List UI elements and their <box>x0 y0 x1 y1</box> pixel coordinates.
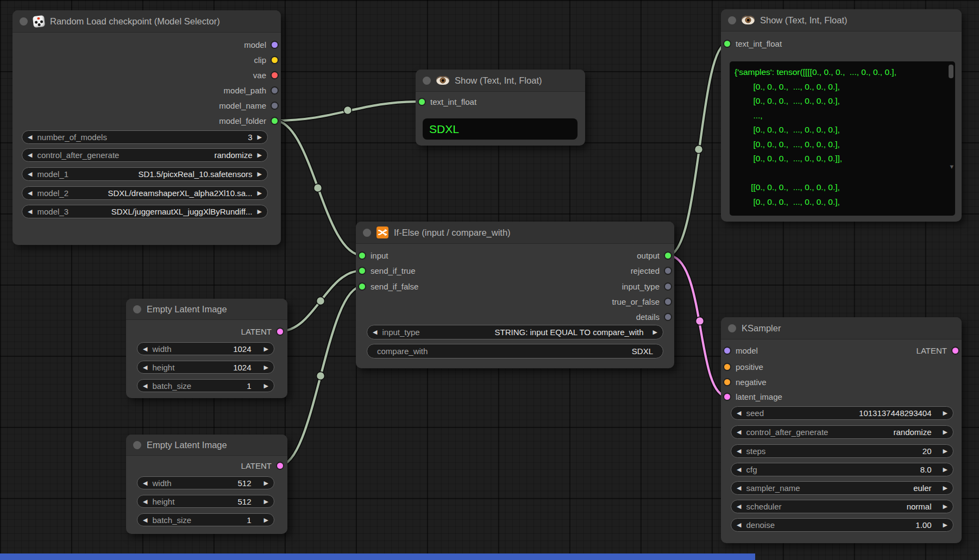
widget-model-3[interactable]: ◀ model_3 SDXL/juggernautXL_juggXlByRund… <box>22 205 268 218</box>
widget-width[interactable]: ◀ width 512 ▶ <box>137 476 274 489</box>
slot-dot[interactable] <box>276 462 284 470</box>
increment-arrow-icon[interactable]: ▶ <box>264 364 268 370</box>
slot-dot[interactable] <box>271 56 279 64</box>
slot-dot[interactable] <box>723 393 731 401</box>
decrement-arrow-icon[interactable]: ◀ <box>143 499 147 505</box>
slot-dot[interactable] <box>664 267 672 275</box>
link-midpoint-dot[interactable] <box>314 184 322 192</box>
slot-dot[interactable] <box>723 378 731 386</box>
widget-seed[interactable]: ◀ seed 1013137448293404 ▶ <box>731 406 953 420</box>
output-slot-details[interactable]: details <box>636 310 672 323</box>
slot-dot[interactable] <box>723 40 731 48</box>
collapse-dot[interactable] <box>423 77 431 85</box>
slot-dot[interactable] <box>723 347 731 355</box>
decrement-arrow-icon[interactable]: ◀ <box>373 329 377 335</box>
slot-dot[interactable] <box>271 41 279 49</box>
decrement-arrow-icon[interactable]: ◀ <box>143 364 147 370</box>
node-show-right[interactable]: Show (Text, Int, Float) text_int_float {… <box>721 9 962 222</box>
output-slot-clip[interactable]: clip <box>254 53 279 66</box>
link-midpoint-dot[interactable] <box>695 146 703 154</box>
increment-arrow-icon[interactable]: ▶ <box>943 410 947 416</box>
decrement-arrow-icon[interactable]: ◀ <box>28 209 32 215</box>
slot-dot[interactable] <box>358 282 366 291</box>
output-slot-latent[interactable]: LATENT <box>917 344 959 357</box>
input-slot-negative[interactable]: negative <box>723 375 767 388</box>
increment-arrow-icon[interactable]: ▶ <box>653 329 657 335</box>
decrement-arrow-icon[interactable]: ◀ <box>143 517 147 523</box>
input-slot-positive[interactable]: positive <box>723 360 763 373</box>
input-slot-text-int-float[interactable]: text_int_float <box>418 95 476 108</box>
slot-dot[interactable] <box>664 298 672 306</box>
scrollbar-down-icon[interactable]: ▾ <box>950 162 953 171</box>
output-slot-model[interactable]: model <box>244 38 279 51</box>
slot-dot[interactable] <box>418 98 426 106</box>
widget-control-after-generate[interactable]: ◀ control_after_generate randomize ▶ <box>731 425 953 439</box>
input-slot-input[interactable]: input <box>358 249 388 262</box>
slot-dot[interactable] <box>271 86 279 95</box>
collapse-dot[interactable] <box>728 16 736 24</box>
input-slot-model[interactable]: model <box>723 344 758 357</box>
widget-batch-size[interactable]: ◀ batch_size 1 ▶ <box>137 513 274 526</box>
increment-arrow-icon[interactable]: ▶ <box>943 448 947 454</box>
slot-dot[interactable] <box>358 251 366 260</box>
input-slot-send-if-false[interactable]: send_if_false <box>358 280 418 293</box>
node-empty-latent-image-2[interactable]: Empty Latent Image LATENT ◀ width 512 ▶ … <box>126 435 287 534</box>
node-graph-canvas[interactable]: Random Load checkpoint (Model Selector) … <box>0 0 979 560</box>
increment-arrow-icon[interactable]: ▶ <box>258 190 262 196</box>
slot-dot[interactable] <box>358 267 366 275</box>
decrement-arrow-icon[interactable]: ◀ <box>737 467 741 473</box>
link-midpoint-dot[interactable] <box>317 297 325 305</box>
decrement-arrow-icon[interactable]: ◀ <box>28 190 32 196</box>
output-slot-model-name[interactable]: model_name <box>219 99 279 112</box>
slot-dot[interactable] <box>271 117 279 125</box>
node-empty-latent-image-1[interactable]: Empty Latent Image LATENT ◀ width 1024 ▶… <box>126 299 287 398</box>
node-title-bar[interactable]: If-Else (input / compare_with) <box>356 222 674 244</box>
decrement-arrow-icon[interactable]: ◀ <box>143 480 147 486</box>
widget-model-2[interactable]: ◀ model_2 SDXL/dreamshaperXL_alpha2Xl10.… <box>22 186 268 200</box>
decrement-arrow-icon[interactable]: ◀ <box>28 134 32 140</box>
node-if-else[interactable]: If-Else (input / compare_with) input sen… <box>356 222 674 368</box>
widget-height[interactable]: ◀ height 512 ▶ <box>137 495 274 508</box>
widget-batch-size[interactable]: ◀ batch_size 1 ▶ <box>137 379 274 392</box>
output-slot-latent[interactable]: LATENT <box>241 459 284 472</box>
decrement-arrow-icon[interactable]: ◀ <box>143 383 147 389</box>
collapse-dot[interactable] <box>133 305 141 313</box>
collapse-dot[interactable] <box>728 324 736 332</box>
node-title-bar[interactable]: Show (Text, Int, Float) <box>721 9 962 32</box>
decrement-arrow-icon[interactable]: ◀ <box>737 504 741 509</box>
decrement-arrow-icon[interactable]: ◀ <box>737 410 741 416</box>
slot-dot[interactable] <box>664 251 672 260</box>
input-slot-text-int-float[interactable]: text_int_float <box>723 37 782 50</box>
node-ksampler[interactable]: KSampler model positive negative latent_… <box>721 317 962 543</box>
increment-arrow-icon[interactable]: ▶ <box>943 522 947 528</box>
node-title-bar[interactable]: Empty Latent Image <box>126 299 287 320</box>
decrement-arrow-icon[interactable]: ◀ <box>737 448 741 454</box>
increment-arrow-icon[interactable]: ▶ <box>258 152 262 158</box>
scrollbar-thumb[interactable] <box>949 65 953 78</box>
increment-arrow-icon[interactable]: ▶ <box>258 134 262 140</box>
decrement-arrow-icon[interactable]: ◀ <box>737 429 741 435</box>
collapse-dot[interactable] <box>20 17 28 26</box>
decrement-arrow-icon[interactable]: ◀ <box>737 485 741 491</box>
decrement-arrow-icon[interactable]: ◀ <box>737 522 741 528</box>
slot-dot[interactable] <box>664 313 672 321</box>
widget-width[interactable]: ◀ width 1024 ▶ <box>137 342 274 355</box>
increment-arrow-icon[interactable]: ▶ <box>258 209 262 215</box>
output-slot-latent[interactable]: LATENT <box>241 325 284 338</box>
widget-denoise[interactable]: ◀ denoise 1.00 ▶ <box>731 518 953 532</box>
decrement-arrow-icon[interactable]: ◀ <box>28 171 32 177</box>
slot-dot[interactable] <box>276 328 284 336</box>
widget-input-type[interactable]: ◀ input_type STRING: input EQUAL TO comp… <box>367 325 663 339</box>
increment-arrow-icon[interactable]: ▶ <box>264 499 268 505</box>
collapse-dot[interactable] <box>133 441 141 449</box>
slot-dot[interactable] <box>271 102 279 110</box>
increment-arrow-icon[interactable]: ▶ <box>943 429 947 435</box>
output-slot-output[interactable]: output <box>637 249 672 262</box>
widget-sampler-name[interactable]: ◀ sampler_name euler ▶ <box>731 481 953 495</box>
link-midpoint-dot[interactable] <box>696 317 704 325</box>
widget-scheduler[interactable]: ◀ scheduler normal ▶ <box>731 500 953 513</box>
collapse-dot[interactable] <box>363 229 371 237</box>
show-tensor-textarea[interactable]: {'samples': tensor([[[[0., 0., 0., ..., … <box>730 61 955 216</box>
node-title-bar[interactable]: Empty Latent Image <box>126 435 287 456</box>
widget-steps[interactable]: ◀ steps 20 ▶ <box>731 444 953 458</box>
